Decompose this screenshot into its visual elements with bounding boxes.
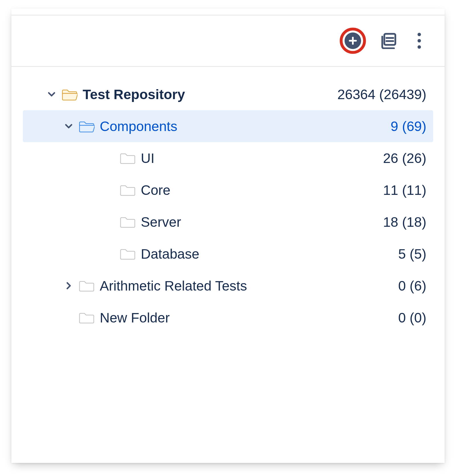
expand-toggle[interactable] — [63, 120, 75, 132]
folder-tree: Test Repository 26364 (26439) Components… — [11, 73, 445, 334]
node-label: Database — [141, 246, 398, 262]
node-count: 0 (0) — [398, 310, 426, 326]
kebab-dot-icon — [418, 33, 421, 36]
node-count: 26364 (26439) — [337, 87, 426, 102]
panel-view-button[interactable] — [380, 32, 397, 49]
expand-toggle[interactable] — [63, 280, 75, 292]
tree-item-newfolder[interactable]: New Folder 0 (0) — [23, 302, 433, 334]
folder-icon — [120, 216, 136, 228]
folder-icon — [79, 279, 95, 292]
node-label: Test Repository — [83, 87, 337, 102]
kebab-dot-icon — [418, 39, 421, 42]
panel-icon — [380, 32, 397, 49]
kebab-dot-icon — [418, 45, 421, 49]
plus-icon — [345, 32, 361, 49]
node-label: Components — [100, 119, 391, 134]
chevron-down-icon — [47, 90, 56, 99]
node-count: 5 (5) — [398, 246, 426, 262]
node-count: 9 (69) — [391, 119, 426, 134]
tree-item-core[interactable]: Core 11 (11) — [23, 174, 433, 206]
tree-item-database[interactable]: Database 5 (5) — [23, 238, 433, 270]
node-count: 11 (11) — [383, 182, 426, 198]
chevron-down-icon — [64, 122, 73, 130]
folder-icon — [120, 184, 136, 196]
folder-icon — [120, 152, 136, 164]
more-menu-button[interactable] — [411, 32, 427, 49]
add-button[interactable] — [340, 28, 366, 54]
tree-item-arithmetic[interactable]: Arithmetic Related Tests 0 (6) — [23, 270, 433, 302]
tree-item-ui[interactable]: UI 26 (26) — [23, 142, 433, 174]
folder-open-icon — [79, 120, 95, 132]
tree-item-components[interactable]: Components 9 (69) — [23, 110, 433, 142]
tree-item-server[interactable]: Server 18 (18) — [23, 206, 433, 238]
node-label: UI — [141, 150, 383, 166]
node-label: Server — [141, 214, 383, 230]
node-count: 26 (26) — [383, 150, 426, 166]
chevron-right-icon — [64, 281, 73, 290]
toolbar — [11, 15, 445, 67]
node-label: New Folder — [100, 310, 398, 326]
svg-rect-0 — [384, 34, 396, 45]
folder-icon — [79, 311, 95, 324]
node-count: 18 (18) — [383, 214, 426, 230]
tree-panel: Test Repository 26364 (26439) Components… — [11, 9, 445, 463]
node-count: 0 (6) — [398, 278, 426, 294]
folder-open-icon — [62, 88, 78, 101]
expand-toggle[interactable] — [46, 88, 58, 100]
folder-icon — [120, 248, 136, 260]
node-label: Core — [141, 182, 383, 198]
node-label: Arithmetic Related Tests — [100, 278, 398, 294]
tree-root[interactable]: Test Repository 26364 (26439) — [23, 78, 433, 110]
